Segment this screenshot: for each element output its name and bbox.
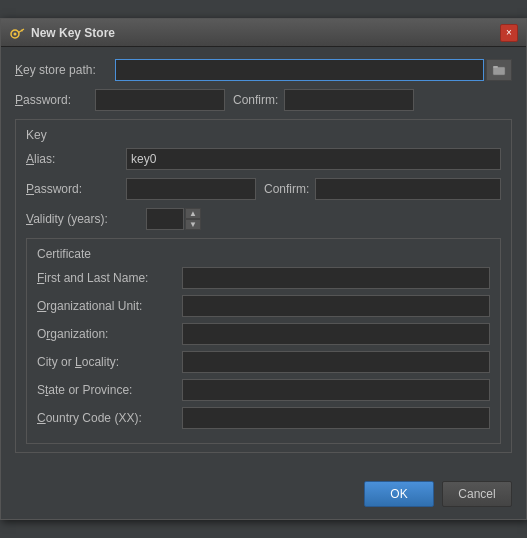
country-code-row: Country Code (XX): xyxy=(37,407,490,429)
validity-up-button[interactable]: ▲ xyxy=(185,208,201,219)
dialog-body: Key store path: Password: Confirm: Key xyxy=(1,47,526,473)
city-label: City or Locality: xyxy=(37,355,182,369)
state-input[interactable] xyxy=(182,379,490,401)
city-input[interactable] xyxy=(182,351,490,373)
state-row: State or Province: xyxy=(37,379,490,401)
alias-row: Alias: key0 xyxy=(26,148,501,170)
top-confirm-label: Confirm: xyxy=(233,93,278,107)
keystore-path-input[interactable] xyxy=(115,59,484,81)
dialog-title: New Key Store xyxy=(31,26,115,40)
title-bar: New Key Store × xyxy=(1,19,526,47)
svg-rect-4 xyxy=(493,67,505,75)
key-confirm-label: Confirm: xyxy=(264,182,309,196)
key-icon xyxy=(9,25,25,41)
first-last-name-row: First and Last Name: xyxy=(37,267,490,289)
button-row: OK Cancel xyxy=(1,473,526,519)
top-password-label: Password: xyxy=(15,93,95,107)
top-password-input[interactable] xyxy=(95,89,225,111)
key-password-row: Password: Confirm: xyxy=(26,178,501,200)
state-label: State or Province: xyxy=(37,383,182,397)
first-last-name-label: First and Last Name: xyxy=(37,271,182,285)
first-last-name-input[interactable] xyxy=(182,267,490,289)
alias-label: Alias: xyxy=(26,152,126,166)
certificate-section-title: Certificate xyxy=(37,247,490,261)
cancel-button[interactable]: Cancel xyxy=(442,481,512,507)
title-bar-left: New Key Store xyxy=(9,25,115,41)
alias-input[interactable]: key0 xyxy=(126,148,501,170)
ok-button[interactable]: OK xyxy=(364,481,434,507)
validity-row: Validity (years): 25 ▲ ▼ xyxy=(26,208,501,230)
validity-down-button[interactable]: ▼ xyxy=(185,219,201,230)
validity-spinner: 25 ▲ ▼ xyxy=(146,208,201,230)
org-row: Organization: xyxy=(37,323,490,345)
keystore-path-row: Key store path: xyxy=(15,59,512,81)
org-unit-label: Organizational Unit: xyxy=(37,299,182,313)
browse-button[interactable] xyxy=(486,59,512,81)
city-row: City or Locality: xyxy=(37,351,490,373)
validity-label: Validity (years): xyxy=(26,212,146,226)
keystore-path-label: Key store path: xyxy=(15,63,115,77)
org-unit-row: Organizational Unit: xyxy=(37,295,490,317)
top-confirm-input[interactable] xyxy=(284,89,414,111)
svg-rect-5 xyxy=(493,66,498,68)
close-button[interactable]: × xyxy=(500,24,518,42)
country-code-label: Country Code (XX): xyxy=(37,411,182,425)
validity-input[interactable]: 25 xyxy=(146,208,184,230)
top-password-row: Password: Confirm: xyxy=(15,89,512,111)
folder-icon xyxy=(492,64,506,76)
org-unit-input[interactable] xyxy=(182,295,490,317)
key-confirm-input[interactable] xyxy=(315,178,501,200)
svg-point-1 xyxy=(14,32,17,35)
certificate-section: Certificate First and Last Name: Organiz… xyxy=(26,238,501,444)
key-password-label: Password: xyxy=(26,182,126,196)
key-password-input[interactable] xyxy=(126,178,256,200)
org-input[interactable] xyxy=(182,323,490,345)
key-section: Key Alias: key0 Password: Confirm: xyxy=(15,119,512,453)
country-code-input[interactable] xyxy=(182,407,490,429)
org-label: Organization: xyxy=(37,327,182,341)
new-key-store-dialog: New Key Store × Key store path: Password… xyxy=(0,18,527,520)
svg-line-2 xyxy=(19,29,25,33)
validity-spinner-buttons: ▲ ▼ xyxy=(185,208,201,230)
key-section-title: Key xyxy=(26,128,501,142)
